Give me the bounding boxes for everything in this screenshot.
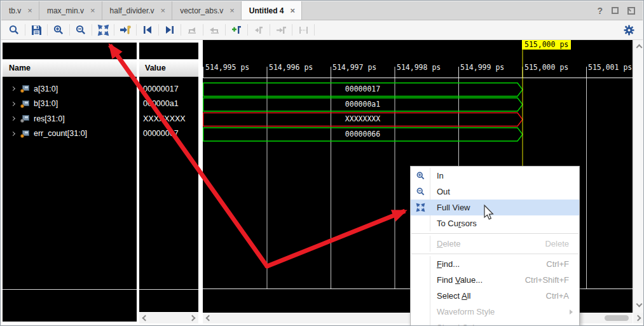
axis-tick-label: 514,997 ps xyxy=(332,63,376,72)
value-cell[interactable]: XXXXXXXX xyxy=(139,111,198,126)
menu-item-signal-color: Signal Color xyxy=(411,320,579,326)
search-button[interactable] xyxy=(6,22,22,37)
menu-item-select-all[interactable]: Select All Ctrl+A xyxy=(411,288,579,304)
axis-tick-label: 514,998 ps xyxy=(397,63,441,72)
bus-value-label: 00000017 xyxy=(203,85,523,94)
swap-cursors-button[interactable] xyxy=(296,22,311,37)
menu-item-in[interactable]: In xyxy=(411,168,579,184)
value-panel-hscrollbar[interactable] xyxy=(139,313,198,323)
toolbar-separator xyxy=(270,24,270,36)
signal-row-err-count[interactable]: err_count[31:0] xyxy=(3,126,137,141)
help-icon[interactable]: ? xyxy=(597,6,603,16)
toolbar-separator xyxy=(314,24,315,36)
tab-half-divider-v[interactable]: half_divider.v × xyxy=(102,1,173,20)
tab-tb-v[interactable]: tb.v × xyxy=(1,1,39,20)
vivado-waveform-window: tb.v × max_min.v × half_divider.v × vect… xyxy=(0,0,644,326)
shortcut-label: Delete xyxy=(545,239,579,248)
bus-value-label: XXXXXXXX xyxy=(203,114,523,124)
menu-item-waveform-style: Waveform Style xyxy=(411,304,579,320)
tab-label: Untitled 4 xyxy=(249,6,284,15)
menu-item-full-view[interactable]: Full View xyxy=(411,200,579,215)
signal-value-panel: Value 00000017 000000a1 XXXXXXXX 0000006… xyxy=(139,43,198,312)
signal-row-b[interactable]: b[31:0] xyxy=(3,97,137,111)
scroll-left-icon[interactable] xyxy=(206,315,212,322)
go-to-last-time-button[interactable] xyxy=(207,22,222,37)
next-transition-button[interactable] xyxy=(162,22,177,37)
previous-transition-button[interactable] xyxy=(140,22,155,37)
close-icon[interactable]: × xyxy=(291,6,296,15)
float-icon[interactable] xyxy=(627,7,635,15)
menu-item-find-value[interactable]: Find Value... Ctrl+Shift+F xyxy=(411,272,579,288)
next-marker-button[interactable] xyxy=(273,22,289,37)
panel-divider xyxy=(3,289,137,290)
go-to-time-cursor-icon xyxy=(120,25,131,35)
signal-row-res[interactable]: res[31:0] xyxy=(3,111,137,126)
bus-signal-icon xyxy=(20,130,29,137)
tab-untitled-4[interactable]: Untitled 4 × xyxy=(242,1,302,20)
menu-item-find[interactable]: Find... Ctrl+F xyxy=(411,256,579,272)
zoom-in-icon xyxy=(53,24,64,36)
toolbar-separator xyxy=(203,24,203,36)
menu-item-out[interactable]: Out xyxy=(411,184,579,200)
zoom-out-button[interactable] xyxy=(73,22,88,37)
bus-signal-icon xyxy=(20,85,29,92)
tab-max-min-v[interactable]: max_min.v × xyxy=(39,1,102,20)
menu-item-to-cursors[interactable]: To Cursors xyxy=(411,215,579,231)
signal-name-panel: Name a[31:0] b[31:0] res[31:0] err_count xyxy=(3,43,137,322)
value-cell[interactable]: 00000067 xyxy=(139,126,198,141)
name-header-label: Name xyxy=(9,64,31,72)
close-icon[interactable]: × xyxy=(90,6,95,15)
scroll-up-icon[interactable] xyxy=(636,44,643,51)
bus-value-label: 000000a1 xyxy=(203,100,523,109)
next-marker-icon xyxy=(276,25,287,35)
full-view-button[interactable] xyxy=(95,22,111,37)
swap-cursors-icon xyxy=(298,25,309,35)
vertical-scrollbar[interactable] xyxy=(633,40,644,313)
toolbar-separator xyxy=(292,24,292,36)
chevron-right-icon[interactable] xyxy=(11,131,15,135)
toolbar-separator xyxy=(247,24,248,36)
scrollbar-thumb[interactable] xyxy=(605,315,629,321)
value-cell[interactable]: 000000a1 xyxy=(139,97,198,111)
close-icon[interactable]: × xyxy=(161,6,166,15)
name-column-header: Name xyxy=(3,59,137,77)
tab-bar: tb.v × max_min.v × half_divider.v × vect… xyxy=(1,1,643,20)
maximize-icon[interactable] xyxy=(612,7,619,14)
value-header-label: Value xyxy=(145,64,166,72)
scroll-right-icon[interactable] xyxy=(635,315,641,322)
menu-item-delete: Delete Delete xyxy=(411,236,579,252)
scroll-down-icon[interactable] xyxy=(636,301,643,308)
settings-gear-icon xyxy=(624,25,634,36)
signal-row-a[interactable]: a[31:0] xyxy=(3,81,137,96)
close-icon[interactable]: × xyxy=(230,6,235,15)
go-to-time-cursor-button[interactable] xyxy=(118,22,133,37)
value-cell[interactable]: 00000017 xyxy=(139,81,198,96)
scrollbar-corner[interactable] xyxy=(633,313,644,323)
bus-signal-icon xyxy=(20,115,29,122)
cursor-time-flag[interactable]: 515,000 ps xyxy=(522,40,571,50)
toolbar-separator xyxy=(225,24,226,36)
previous-marker-icon xyxy=(254,25,264,35)
save-icon xyxy=(31,25,42,36)
scroll-right-icon[interactable] xyxy=(189,315,196,322)
save-button[interactable] xyxy=(29,22,44,37)
panel-divider xyxy=(139,289,198,290)
zoom-out-icon xyxy=(411,184,430,200)
close-icon[interactable]: × xyxy=(27,6,32,15)
zoom-in-button[interactable] xyxy=(51,22,66,37)
toolbar-separator xyxy=(114,24,114,36)
chevron-right-icon[interactable] xyxy=(11,116,15,121)
zoom-in-icon xyxy=(411,168,430,184)
previous-marker-button[interactable] xyxy=(251,22,266,37)
chevron-right-icon[interactable] xyxy=(11,86,15,91)
go-to-time-zero-button[interactable] xyxy=(184,22,200,37)
chevron-right-icon[interactable] xyxy=(11,101,15,105)
scroll-left-icon[interactable] xyxy=(142,315,149,322)
tab-vector-abs-v[interactable]: vector_abs.v × xyxy=(172,1,242,20)
add-marker-button[interactable] xyxy=(229,22,244,37)
toolbar-separator xyxy=(136,24,137,36)
settings-button[interactable] xyxy=(621,22,636,37)
submenu-arrow-icon xyxy=(570,309,573,315)
add-marker-icon xyxy=(231,25,242,35)
tab-label: vector_abs.v xyxy=(180,6,223,15)
